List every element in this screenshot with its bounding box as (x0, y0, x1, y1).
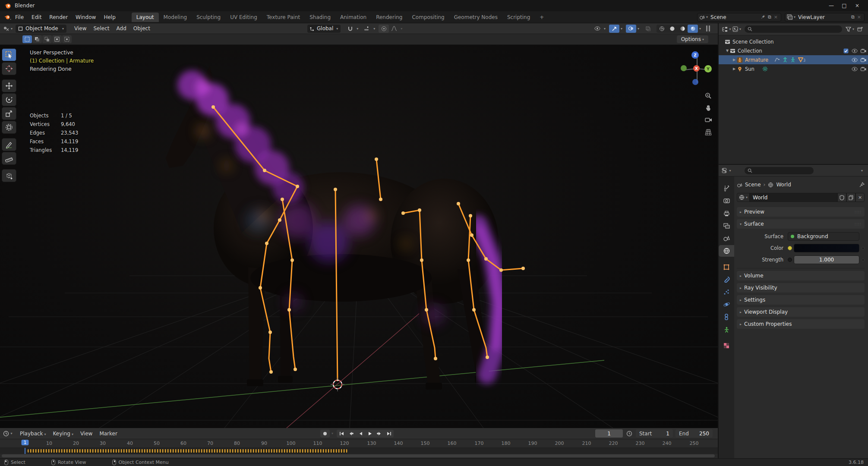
timeline-editor-type-button[interactable]: ▾ (3, 429, 13, 438)
shading-solid-icon[interactable] (667, 25, 677, 33)
workspace-tab-shading[interactable]: Shading (305, 13, 335, 22)
viewport-3d[interactable]: User Perspective (1) Collection | Armatu… (0, 34, 718, 428)
expand-icon[interactable]: ▶ (732, 58, 737, 62)
tool-cursor[interactable] (2, 62, 16, 75)
panel-viewport-display[interactable]: ▸Viewport Display (737, 307, 865, 317)
snap-magnet-icon[interactable] (345, 25, 355, 33)
show-object-types-icon[interactable] (592, 25, 603, 33)
workspace-tab-compositing[interactable]: Compositing (407, 13, 449, 22)
panel-surface[interactable]: ▾Surface:::: (737, 219, 865, 229)
expand-icon[interactable]: ▶ (732, 67, 737, 71)
prev-frame-button[interactable] (356, 430, 365, 438)
select-mode-box-icon[interactable] (32, 35, 42, 43)
tool-select-box[interactable] (2, 48, 16, 61)
tab-render[interactable] (719, 195, 734, 207)
viewlayer-selector[interactable]: ▾ ViewLayer ⧉ × (785, 13, 865, 22)
tool-annotate[interactable] (2, 138, 16, 151)
blender-menu-icon[interactable] (3, 14, 11, 20)
panel-volume[interactable]: ▸Volume (737, 271, 865, 280)
panel-preview[interactable]: ▸Preview:::: (737, 207, 865, 217)
tab-object-data[interactable] (719, 324, 734, 335)
gizmo-y-axis[interactable]: Y (704, 65, 712, 72)
new-copy-icon[interactable] (846, 193, 855, 202)
outliner-row-collection[interactable]: ▼ Collection (719, 46, 868, 55)
tool-scale[interactable] (2, 107, 16, 120)
outliner-display-mode-button[interactable]: ▾ (732, 25, 742, 33)
workspace-tab-geometry-nodes[interactable]: Geometry Nodes (449, 13, 502, 22)
jump-to-end-button[interactable] (384, 430, 394, 438)
editor-type-button[interactable]: ▾ (3, 25, 13, 33)
viewlayer-name[interactable]: ViewLayer (798, 14, 850, 20)
unlink-scene-icon[interactable]: × (774, 14, 778, 20)
menu-window[interactable]: Window (72, 13, 100, 22)
checkbox-icon[interactable] (843, 48, 849, 54)
workspace-tab-animation[interactable]: Animation (335, 13, 371, 22)
tab-modifiers[interactable] (719, 274, 734, 285)
workspace-tab-sculpting[interactable]: Sculpting (192, 13, 225, 22)
select-mode-intersect-icon[interactable] (62, 35, 72, 43)
zoom-viewport-icon[interactable] (703, 90, 714, 101)
tool-move[interactable] (2, 79, 16, 92)
workspace-tab-layout[interactable]: Layout (132, 13, 159, 22)
menu-tl-view[interactable]: View (77, 429, 96, 438)
pin-icon[interactable]: 📌︎ (761, 14, 765, 20)
select-mode-lasso-icon[interactable] (52, 35, 62, 43)
panel-ray-visibility[interactable]: ▸Ray Visibility (737, 283, 865, 293)
timeline-ruler[interactable]: 1 10 20 30 40 50 60 70 80 90 100 110 120… (0, 439, 718, 448)
tab-texture[interactable] (719, 340, 734, 351)
jump-to-start-button[interactable] (337, 430, 346, 438)
proportional-falloff-icon[interactable] (389, 25, 399, 33)
camera-view-icon[interactable] (703, 114, 714, 126)
proportional-editing-icon[interactable] (379, 25, 389, 33)
gizmo-x-axis[interactable]: X (693, 65, 700, 72)
gizmos-toggle-icon[interactable] (609, 25, 619, 33)
outliner-filter-icon[interactable]: ▾ (845, 25, 855, 33)
breadcrumb-world[interactable]: World (776, 182, 791, 188)
scene-selector[interactable]: ▾ Scene 📌︎ ⧉ × (697, 13, 781, 22)
disable-render-camera-icon[interactable] (861, 49, 866, 53)
end-frame-field[interactable]: End250 (675, 429, 713, 438)
tab-particles[interactable] (719, 286, 734, 298)
menu-add[interactable]: Add (113, 24, 130, 33)
toggle-ortho-icon[interactable] (703, 126, 714, 138)
color-swatch[interactable] (794, 244, 859, 252)
scene-name[interactable]: Scene (710, 14, 759, 20)
select-mode-circle-icon[interactable] (42, 35, 52, 43)
play-button[interactable] (365, 430, 375, 438)
use-preview-range-clock-icon[interactable] (626, 431, 632, 437)
minimize-button[interactable]: — (825, 1, 838, 10)
tab-scene[interactable] (719, 233, 734, 244)
header-drag-handle-icon[interactable] (706, 25, 710, 31)
pan-viewport-icon[interactable] (703, 102, 714, 113)
gizmo-z-axis[interactable]: Z (691, 51, 699, 59)
menu-select[interactable]: Select (90, 24, 113, 33)
properties-editor-type-button[interactable]: ▾ (721, 167, 732, 175)
tab-object[interactable] (719, 261, 734, 273)
workspace-tab-uv-editing[interactable]: UV Editing (225, 13, 262, 22)
tool-transform[interactable] (2, 121, 16, 134)
color-keyframe-dot[interactable] (788, 246, 792, 250)
keyframe-strip[interactable] (28, 449, 347, 453)
tab-constraints[interactable] (719, 311, 734, 323)
outliner-row-scene-collection[interactable]: Scene Collection (719, 37, 868, 46)
menu-keying[interactable]: Keying▾ (50, 429, 77, 438)
tab-output[interactable] (719, 208, 734, 219)
panel-settings[interactable]: ▸Settings (737, 295, 865, 305)
workspace-tab-rendering[interactable]: Rendering (371, 13, 407, 22)
auto-keying-record-icon[interactable] (320, 430, 330, 438)
shading-material-icon[interactable] (677, 25, 688, 33)
workspace-tab-texture-paint[interactable]: Texture Paint (262, 13, 305, 22)
overlays-toggle-icon[interactable] (626, 25, 636, 33)
tool-add-cube[interactable] (2, 169, 16, 182)
decorator-dot[interactable] (862, 247, 865, 250)
timeline-scrollbar[interactable] (2, 454, 715, 457)
shading-wireframe-icon[interactable] (657, 25, 667, 33)
outliner-row-sun[interactable]: ▶ Sun (719, 64, 868, 73)
menu-marker[interactable]: Marker (96, 429, 120, 438)
transform-orientation-dropdown[interactable]: Global▾ (307, 25, 341, 33)
hide-eye-icon[interactable] (852, 67, 858, 71)
tab-tool[interactable] (719, 183, 734, 194)
properties-options-icon[interactable]: ▾ (861, 169, 863, 173)
tool-measure[interactable] (2, 152, 16, 165)
menu-object[interactable]: Object (130, 24, 154, 33)
